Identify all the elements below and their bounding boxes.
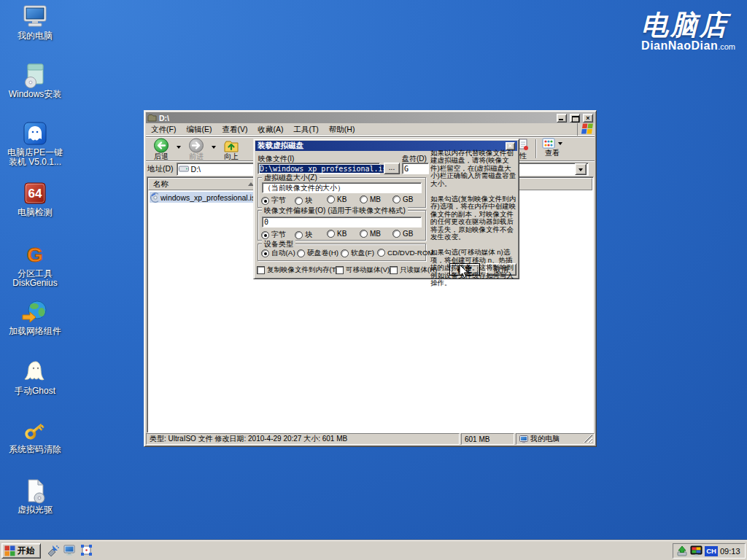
drive-letter-input[interactable]: G xyxy=(402,163,429,174)
desktop-icon-pe-installer[interactable]: 电脑店PE一键 装机 V5.0.1... xyxy=(0,120,70,167)
language-indicator[interactable]: CH xyxy=(705,546,718,556)
unit-label: MB xyxy=(370,230,381,238)
device-hdd[interactable]: 硬盘卷(H) xyxy=(297,249,338,258)
size-unit-mb[interactable]: MB xyxy=(360,195,381,203)
offset-unit-blocks[interactable]: 块 xyxy=(295,230,312,240)
radio-icon xyxy=(341,249,349,257)
checkbox-removable-media[interactable]: 可移动媒体(V) xyxy=(336,265,390,275)
device-floppy[interactable]: 软盘(F) xyxy=(341,249,374,258)
desktop-icon-virtual-cdrom[interactable]: 虚拟光驱 xyxy=(0,477,70,515)
close-button[interactable]: × xyxy=(583,114,593,122)
offset-unit-gb[interactable]: GB xyxy=(392,230,413,238)
mount-virtual-disk-dialog: 装载虚拟磁盘 × 映像文件(I) 盘符(D) D:\windows_xp_pro… xyxy=(253,139,519,279)
offset-unit-kb[interactable]: KB xyxy=(327,230,347,238)
quicklaunch-paint-tool-icon[interactable] xyxy=(47,544,60,557)
image-file-input[interactable]: D:\windows_xp_professional.iso xyxy=(258,163,380,174)
image-offset-legend: 映像文件偏移量(O) (适用于非映像文件格式) xyxy=(262,206,408,214)
unit-label: 块 xyxy=(305,195,312,206)
size-unit-kb[interactable]: KB xyxy=(327,195,347,203)
menu-tools[interactable]: 工具(T) xyxy=(288,124,323,136)
dialog-help-text: 如果以内存代替映像文件创建虚拟磁盘，请将(映像文件)栏留空，在(虚拟磁盘大小)栏… xyxy=(430,149,516,295)
forward-button[interactable]: 前进 xyxy=(184,138,209,160)
explorer-menubar: 文件(F) 编辑(E) 查看(V) 收藏(A) 工具(T) 帮助(H) xyxy=(146,124,595,136)
unit-label: GB xyxy=(403,195,413,203)
device-label: CD/DVD-ROM xyxy=(387,249,434,257)
desktop-icon-pc-check[interactable]: 64 电脑检测 xyxy=(0,179,70,217)
radio-icon xyxy=(327,195,335,203)
desktop-icon-my-computer[interactable]: 我的电脑 xyxy=(0,3,70,41)
offset-unit-mb[interactable]: MB xyxy=(360,230,381,238)
unit-label: KB xyxy=(337,195,347,203)
device-auto[interactable]: 自动(A) xyxy=(261,249,295,258)
size-unit-blocks[interactable]: 块 xyxy=(295,195,312,206)
quicklaunch-show-desktop-icon[interactable] xyxy=(63,544,77,557)
desktop-icon-label: 我的电脑 xyxy=(0,31,70,41)
desktop-icon-label: 系统密码清除 xyxy=(0,445,70,454)
desktop-icon-label: 分区工具 DiskGenius xyxy=(0,269,70,288)
status-size: 601 MB xyxy=(461,433,514,445)
start-label: 开始 xyxy=(18,545,34,556)
minimize-button[interactable] xyxy=(557,114,567,122)
offset-unit-bytes[interactable]: 字节 xyxy=(261,230,286,240)
size-unit-gb[interactable]: GB xyxy=(392,195,413,203)
address-dropdown-button[interactable] xyxy=(575,163,587,175)
checkbox-label: 复制映像文件到内存(T) xyxy=(267,265,338,275)
radio-icon xyxy=(327,230,335,238)
globe-arrow-icon xyxy=(21,298,49,326)
radio-icon xyxy=(295,231,303,239)
checkbox-copy-to-memory[interactable]: 复制映像文件到内存(T) xyxy=(257,265,338,275)
views-button[interactable]: 查看 xyxy=(538,138,566,160)
forward-dropdown-icon[interactable] xyxy=(212,146,216,149)
radio-icon xyxy=(360,195,368,203)
menu-help[interactable]: 帮助(H) xyxy=(324,124,360,136)
back-button[interactable]: 后退 xyxy=(149,138,174,160)
offset-input[interactable]: 0 xyxy=(262,217,422,228)
menu-favorites[interactable]: 收藏(A) xyxy=(252,124,288,136)
views-grid-icon xyxy=(542,138,556,149)
brand-domain-suffix: .com xyxy=(718,42,735,51)
views-label: 查看 xyxy=(545,149,560,157)
forward-icon xyxy=(188,138,204,153)
file-name: windows_xp_professional.iso xyxy=(160,193,260,202)
start-button[interactable]: 开始 xyxy=(1,543,41,559)
desktop-icon-windows-install[interactable]: Windows安装 xyxy=(0,61,70,99)
maximize-button[interactable] xyxy=(570,114,580,122)
help-paragraph: 如果勾选(复制映像文件到内存)选项，将在内存中创建映像文件的副本，对映像文件的任… xyxy=(430,195,516,241)
desktop-icon-manual-ghost[interactable]: 手动Ghost xyxy=(0,358,70,396)
toolbar-separator xyxy=(535,139,537,158)
safely-remove-icon[interactable] xyxy=(676,545,688,556)
file-row-iso[interactable]: windows_xp_professional.iso xyxy=(150,192,260,203)
menu-view[interactable]: 查看(V) xyxy=(217,124,252,136)
resize-grip[interactable] xyxy=(583,433,592,443)
size-unit-bytes[interactable]: 字节 xyxy=(261,195,286,206)
menu-edit[interactable]: 编辑(E) xyxy=(181,124,217,136)
device-cdrom[interactable]: CD/DVD-ROM xyxy=(377,249,434,257)
column-name[interactable]: 名称 xyxy=(148,178,259,190)
up-button[interactable]: 向上 xyxy=(219,138,244,160)
desktop-icon-load-network[interactable]: 加载网络组件 xyxy=(0,298,70,336)
explorer-titlebar[interactable]: D:\ × xyxy=(146,112,595,123)
folder-icon xyxy=(147,113,157,123)
dialog-title: 装载虚拟磁盘 xyxy=(258,141,303,151)
display-settings-icon[interactable] xyxy=(690,545,703,557)
disk-size-value: （当前映像文件的大小） xyxy=(264,183,344,193)
clock[interactable]: 09:13 xyxy=(720,547,740,556)
desktop-icon-diskgenius[interactable]: G 分区工具 DiskGenius xyxy=(0,241,70,288)
desktop-icon-label: 电脑店PE一键 装机 V5.0.1... xyxy=(0,148,70,167)
brand-domain: DianNaoDian xyxy=(641,39,718,52)
disk-size-input[interactable]: （当前映像文件的大小） xyxy=(262,182,422,193)
desktop-icon-label: 加载网络组件 xyxy=(0,327,70,336)
up-label: 向上 xyxy=(224,153,239,160)
menu-file[interactable]: 文件(F) xyxy=(146,124,181,136)
help-paragraph: 如果勾选(可移动媒体 n)选项，将创建可移动 n、热插拔的虚拟设备。这将影响到例… xyxy=(430,249,516,287)
quicklaunch-desktop-preview-icon[interactable] xyxy=(80,544,93,557)
address-label: 地址(D) xyxy=(147,164,174,174)
views-dropdown-icon xyxy=(558,142,562,145)
desktop-icon-password-clear[interactable]: 系统密码清除 xyxy=(0,416,70,454)
radio-icon xyxy=(295,197,303,205)
back-dropdown-icon[interactable] xyxy=(177,146,181,149)
drive-icon xyxy=(179,165,189,173)
browse-button[interactable]: ... xyxy=(384,163,400,174)
white-ghost-icon xyxy=(21,358,49,386)
gold-key-icon xyxy=(21,416,49,444)
